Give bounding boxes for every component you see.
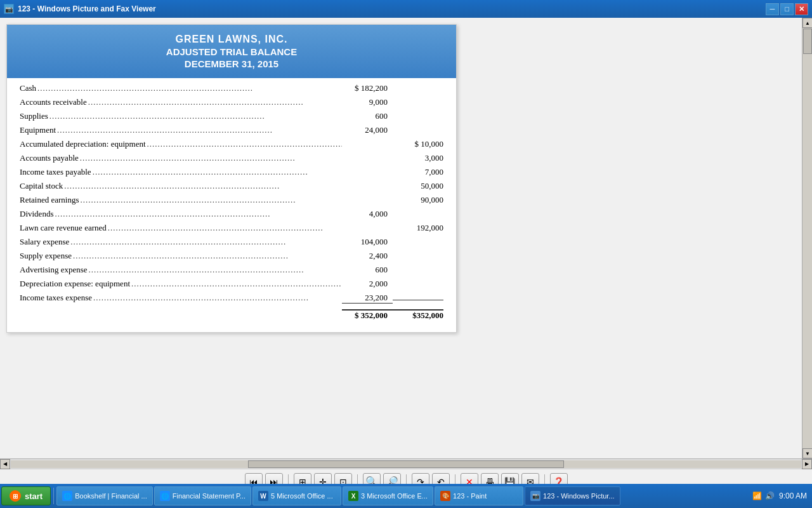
minimize-button[interactable]: ─	[766, 3, 779, 15]
financial-icon: 🌐	[160, 491, 170, 501]
close-button[interactable]: ✕	[795, 3, 808, 15]
row-dots: ........................................…	[69, 237, 342, 248]
vertical-scrollbar[interactable]: ▲ ▼	[802, 18, 812, 458]
report-date: DECEMBER 31, 2015	[20, 58, 443, 69]
row-label: Equipment	[20, 125, 56, 135]
table-row: Supplies ...............................…	[20, 111, 443, 125]
word-icon: W	[258, 491, 268, 501]
bookshelf-icon: 🌐	[62, 491, 72, 501]
window-title: 123 - Windows Picture and Fax Viewer	[18, 4, 156, 13]
taskbar-right: 📶 🔊 9:00 AM	[752, 491, 811, 501]
report-title: ADJUSTED TRIAL BALANCE	[20, 46, 443, 57]
title-bar-controls: ─ □ ✕	[766, 3, 808, 15]
row-dots: ........................................…	[53, 209, 342, 220]
row-debit: 104,000	[342, 237, 393, 247]
excel-icon: X	[348, 491, 358, 501]
row-label: Accumulated depreciation: equipment	[20, 139, 146, 149]
scroll-up-arrow[interactable]: ▲	[802, 18, 812, 28]
taskbar-separator	[53, 488, 54, 504]
horizontal-scrollbar[interactable]: ◀ ▶	[0, 458, 812, 469]
taskbar-item-viewer[interactable]: 📷 123 - Windows Pictur...	[525, 486, 620, 505]
document-container: GREEN LAWNS, INC. ADJUSTED TRIAL BALANCE…	[6, 24, 457, 333]
row-label: Capital stock	[20, 181, 63, 191]
row-label: Retained earnings	[20, 195, 79, 205]
table-row: Income taxes payable ...................…	[20, 167, 443, 181]
row-credit: $ 10,000	[393, 139, 443, 149]
table-rows-container: Cash ...................................…	[20, 83, 443, 307]
row-label: Advertising expense	[20, 265, 88, 275]
table-row: Cash ...................................…	[20, 83, 443, 97]
row-dots: ........................................…	[107, 223, 342, 234]
taskbar-item-financial-label: Financial Statement P...	[173, 492, 246, 500]
row-dots: ........................................…	[92, 293, 342, 304]
row-dots: ........................................…	[48, 111, 342, 122]
taskbar-item-bookshelf[interactable]: 🌐 Bookshelf | Financial ...	[56, 486, 153, 505]
row-label: Cash	[20, 83, 36, 93]
row-dots: ........................................…	[130, 279, 342, 290]
row-debit: 600	[342, 111, 393, 121]
row-label: Accounts receivable	[20, 97, 87, 107]
row-debit: 2,400	[342, 251, 393, 261]
totals-credit: $352,000	[393, 309, 443, 321]
totals-dots	[20, 318, 342, 318]
table-row: Advertising expense ....................…	[20, 265, 443, 279]
row-dots: ........................................…	[91, 167, 342, 178]
trial-balance-table: Cash ...................................…	[7, 78, 456, 332]
scroll-thumb-v[interactable]	[803, 29, 812, 54]
row-label: Supplies	[20, 111, 48, 121]
content-area: GREEN LAWNS, INC. ADJUSTED TRIAL BALANCE…	[0, 18, 812, 458]
row-credit: 90,000	[393, 195, 443, 205]
row-label: Accounts payable	[20, 153, 79, 163]
table-row: Supply expense .........................…	[20, 251, 443, 265]
row-dots: ........................................…	[72, 251, 342, 262]
start-label: start	[25, 491, 43, 501]
row-label: Salary expense	[20, 237, 69, 247]
scroll-right-arrow[interactable]: ▶	[802, 459, 812, 469]
table-row: Lawn care revenue earned ...............…	[20, 223, 443, 237]
totals-row: $ 352,000 $352,000	[20, 309, 443, 323]
row-dots: ........................................…	[88, 265, 342, 276]
taskbar-item-paint[interactable]: 🎨 123 - Paint	[435, 486, 523, 505]
taskbar-item-excel[interactable]: X 3 Microsoft Office E...	[343, 486, 433, 505]
row-debit: 600	[342, 265, 393, 275]
row-debit: $ 182,200	[342, 83, 393, 93]
scroll-left-arrow[interactable]: ◀	[0, 459, 10, 469]
row-credit	[393, 300, 443, 300]
row-dots: ........................................…	[79, 153, 342, 164]
table-row: Equipment ..............................…	[20, 125, 443, 139]
row-dots: ........................................…	[79, 195, 343, 206]
row-debit: 4,000	[342, 209, 393, 219]
maximize-button[interactable]: □	[780, 3, 794, 15]
row-credit: 7,000	[393, 167, 443, 177]
title-bar-left: 📷 123 - Windows Picture and Fax Viewer	[4, 4, 156, 14]
company-name: GREEN LAWNS, INC.	[20, 34, 443, 45]
scroll-thumb-h[interactable]	[248, 460, 564, 468]
row-label: Supply expense	[20, 251, 72, 261]
row-dots: ........................................…	[63, 181, 342, 192]
scroll-down-arrow[interactable]: ▼	[802, 448, 812, 458]
totals-debit: $ 352,000	[342, 309, 393, 321]
volume-tray-icon: 🔊	[765, 491, 775, 501]
row-label: Depreciation expense: equipment	[20, 279, 130, 289]
network-tray-icon: 📶	[752, 491, 763, 501]
taskbar-item-word-label: 5 Microsoft Office ...	[271, 492, 333, 500]
table-row: Dividends ..............................…	[20, 209, 443, 223]
title-bar: 📷 123 - Windows Picture and Fax Viewer ─…	[0, 0, 812, 18]
scroll-track-h	[11, 460, 801, 468]
document-area: GREEN LAWNS, INC. ADJUSTED TRIAL BALANCE…	[0, 18, 802, 458]
row-debit: 23,200	[342, 293, 393, 304]
taskbar-item-word[interactable]: W 5 Microsoft Office ...	[252, 486, 341, 505]
taskbar-item-viewer-label: 123 - Windows Pictur...	[543, 492, 615, 500]
table-row: Accounts receivable ....................…	[20, 97, 443, 111]
taskbar-item-financial[interactable]: 🌐 Financial Statement P...	[154, 486, 251, 505]
table-row: Retained earnings ......................…	[20, 195, 443, 209]
taskbar-item-paint-label: 123 - Paint	[453, 492, 487, 500]
app-icon: 📷	[4, 4, 14, 14]
table-row: Income taxes expense ...................…	[20, 293, 443, 307]
tray-icons: 📶 🔊	[752, 491, 775, 501]
table-row: Capital stock ..........................…	[20, 181, 443, 195]
row-dots: ........................................…	[87, 97, 342, 108]
start-button[interactable]: ⊞ start	[1, 486, 51, 505]
start-icon: ⊞	[10, 490, 21, 502]
row-dots: ........................................…	[36, 83, 342, 94]
